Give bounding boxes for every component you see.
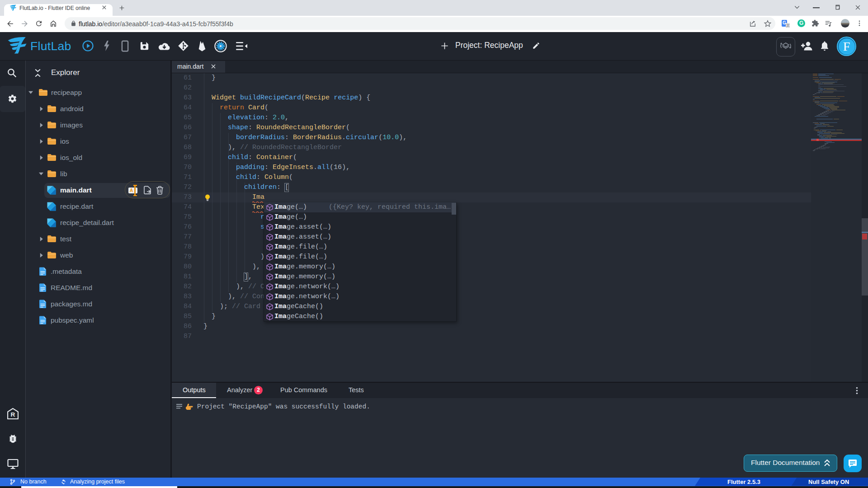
svg-text:R: R — [11, 411, 15, 418]
